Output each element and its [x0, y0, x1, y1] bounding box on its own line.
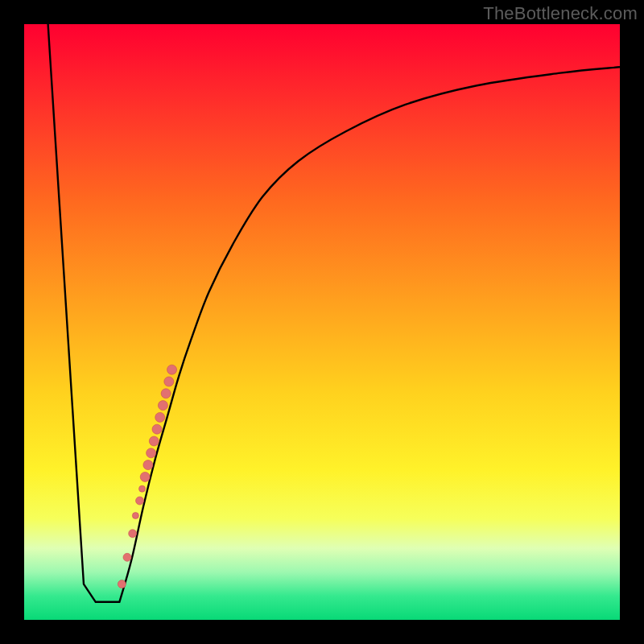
data-point [167, 365, 177, 374]
plot-area [24, 24, 620, 620]
chart-frame: TheBottleneck.com [0, 0, 644, 644]
data-point [140, 472, 150, 481]
data-point [155, 412, 165, 422]
data-point [123, 553, 131, 561]
gradient-background [24, 24, 620, 620]
data-point [143, 460, 153, 470]
data-point [147, 448, 156, 458]
data-point [139, 485, 146, 492]
data-point [149, 436, 159, 446]
data-point [161, 389, 171, 398]
chart-svg [24, 24, 620, 620]
data-point [136, 497, 144, 505]
data-point [164, 377, 174, 386]
data-point [152, 424, 162, 434]
data-point [129, 530, 137, 538]
watermark-text: TheBottleneck.com [483, 3, 638, 24]
data-point [132, 513, 138, 519]
data-point [118, 580, 126, 588]
data-point [158, 401, 167, 411]
